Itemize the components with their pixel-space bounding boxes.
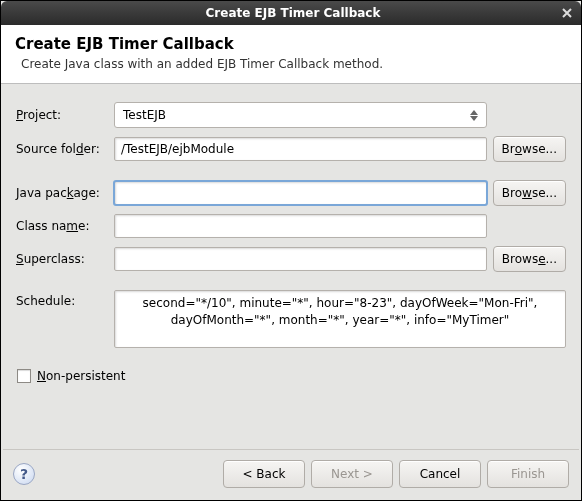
superclass-input[interactable] — [114, 247, 487, 271]
superclass-label: Superclass: — [16, 252, 85, 266]
non-persistent-label: Non-persistent — [37, 369, 125, 383]
schedule-textarea[interactable]: second="*/10", minute="*", hour="8-23", … — [114, 290, 566, 348]
project-label: Project: — [16, 108, 61, 122]
java-package-input[interactable] — [114, 181, 487, 205]
source-folder-input[interactable] — [114, 137, 487, 161]
cancel-button[interactable]: Cancel — [399, 460, 481, 488]
page-title: Create EJB Timer Callback — [15, 35, 567, 53]
browse-superclass-button[interactable]: Browse... — [493, 246, 566, 272]
chevron-updown-icon — [466, 110, 482, 121]
class-name-input[interactable] — [114, 214, 487, 238]
project-combo[interactable]: TestEJB — [114, 102, 487, 128]
schedule-label: Schedule: — [16, 294, 75, 308]
source-folder-label: Source folder: — [16, 142, 100, 156]
non-persistent-checkbox[interactable] — [17, 369, 31, 383]
class-name-label: Class name: — [16, 219, 89, 233]
next-button: Next > — [311, 460, 393, 488]
project-value: TestEJB — [123, 108, 466, 122]
window-title: Create EJB Timer Callback — [27, 6, 559, 20]
browse-package-button[interactable]: Browse... — [493, 180, 566, 206]
titlebar: Create EJB Timer Callback — [1, 1, 581, 25]
non-persistent-row[interactable]: Non-persistent — [17, 369, 569, 383]
browse-source-button[interactable]: Browse... — [493, 136, 566, 162]
close-icon[interactable] — [559, 5, 575, 21]
help-button[interactable]: ? — [13, 463, 35, 485]
page-description: Create Java class with an added EJB Time… — [21, 57, 567, 71]
wizard-content: Project: TestEJB Source folder: Browse..… — [1, 84, 581, 449]
finish-button: Finish — [487, 460, 569, 488]
wizard-header: Create EJB Timer Callback Create Java cl… — [1, 25, 581, 84]
wizard-window: Create EJB Timer Callback Create EJB Tim… — [0, 0, 582, 501]
back-button[interactable]: < Back — [223, 460, 305, 488]
java-package-label: Java package: — [16, 186, 100, 200]
wizard-footer: ? < Back Next > Cancel Finish — [1, 450, 581, 500]
